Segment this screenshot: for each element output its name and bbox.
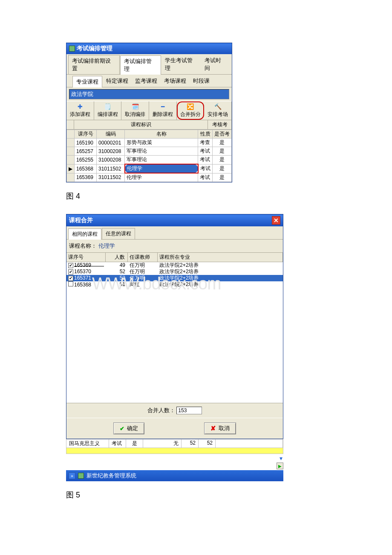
- close-button[interactable]: ✕: [272, 216, 280, 225]
- list-item[interactable]: ✔165371 52 任万明 政法学院2+2培养: [66, 275, 283, 281]
- table-row[interactable]: 16519000000201 形势与政策考查是: [67, 139, 232, 147]
- list-item[interactable]: ✔165370 52 任万明 政法学院2+2培养: [66, 269, 283, 275]
- figure-5-label: 图 5: [66, 490, 326, 500]
- figure-4-label: 图 4: [66, 191, 326, 201]
- toolbar: ✚ 添加课程 🗒️ 编排课程 🗓️ 取消编排 ━ 删除课程 🔀 合并拆分 🔨 安…: [66, 101, 232, 120]
- add-course-button[interactable]: ✚ 添加课程: [66, 101, 94, 120]
- exam-schedule-window: 考试编排管理 考试编排前期设置 考试编排管理 学生考试管理 考试时间 专业课程 …: [66, 43, 232, 182]
- main-tabs: 考试编排前期设置 考试编排管理 学生考试管理 考试时间: [66, 54, 232, 75]
- merge-list-header: 课序号 人数 任课教师 课程所在专业: [66, 253, 283, 262]
- checkbox[interactable]: ✔: [68, 269, 73, 275]
- subtab-specific[interactable]: 特定课程: [103, 75, 132, 87]
- expand-icon[interactable]: »: [69, 472, 75, 479]
- subtab-room[interactable]: 考场课程: [161, 75, 190, 87]
- titlebar[interactable]: 课程合并 ✕: [66, 214, 283, 226]
- col-isexam[interactable]: 是否考: [213, 130, 232, 139]
- merge-split-button[interactable]: 🔀 合并拆分: [177, 101, 205, 120]
- tab-pre-settings[interactable]: 考试编排前期设置: [68, 55, 120, 74]
- close-icon: ✕: [274, 217, 279, 224]
- tab-exam-time[interactable]: 考试时间: [201, 55, 230, 74]
- subtab-period[interactable]: 时段课: [190, 75, 213, 87]
- col-teacher[interactable]: 任课教师: [128, 253, 158, 262]
- table-row[interactable]: ▶ 16536831011502 伦理学 考试是: [67, 164, 232, 173]
- cancel-schedule-button[interactable]: 🗓️ 取消编排: [121, 101, 149, 120]
- table-row[interactable]: 16525731000208 军事理论考试是: [67, 147, 232, 156]
- col-seq[interactable]: 课序号: [75, 130, 97, 139]
- minus-icon: ━: [150, 103, 176, 110]
- cancel-button[interactable]: ✘ 取消: [204, 422, 236, 434]
- app-icon: [69, 46, 75, 52]
- window-title: 考试编排管理: [77, 45, 112, 52]
- check-icon: ✔: [120, 425, 124, 432]
- background-grid-row: 国马克思主义 考试 是 无 52 52: [66, 439, 283, 448]
- unit-selector[interactable]: 政法学院: [69, 89, 229, 99]
- col-major[interactable]: 课程所在专业: [158, 253, 283, 262]
- tab-schedule-mgmt[interactable]: 考试编排管理: [120, 55, 161, 75]
- col-seq[interactable]: 课序号: [66, 253, 106, 262]
- window-title: 课程合并: [69, 217, 93, 224]
- cancel-grid-icon: 🗓️: [122, 103, 148, 110]
- col-num[interactable]: 人数: [106, 253, 128, 262]
- scroll-down-icon[interactable]: ▾: [279, 455, 283, 462]
- merge-count-row: 合并人数：: [66, 403, 283, 418]
- strikethrough-annotation: [74, 266, 104, 266]
- taskbar[interactable]: » 新世纪教务管理系统: [66, 470, 283, 481]
- merge-list[interactable]: ✔165369 49 任万明 政法学院2+2培养 ✔165370 52 任万明 …: [66, 262, 283, 403]
- x-icon: ✘: [210, 425, 216, 432]
- course-name-value: 伦理学: [98, 243, 115, 249]
- ok-button[interactable]: ✔ 确定: [113, 422, 144, 434]
- tab-same-course[interactable]: 相同的课程: [68, 228, 101, 240]
- section-course-id: 课程标识: [74, 120, 208, 129]
- row-pointer-icon: ▶: [67, 164, 75, 173]
- checkbox[interactable]: ✔: [68, 263, 73, 268]
- col-name[interactable]: 名称: [125, 130, 198, 139]
- checkbox[interactable]: ✔: [68, 276, 73, 281]
- table-row[interactable]: 16536931011502 伦理学考试是: [67, 173, 232, 182]
- list-item[interactable]: ✔165369 49 任万明 政法学院2+2培养: [66, 262, 283, 269]
- titlebar[interactable]: 考试编排管理: [66, 43, 232, 54]
- delete-course-button[interactable]: ━ 删除课程: [149, 101, 177, 120]
- col-code[interactable]: 编码: [97, 130, 125, 139]
- merge-tabs: 相同的课程 任意的课程: [66, 226, 283, 240]
- checkbox[interactable]: [68, 281, 73, 286]
- app-icon: [78, 473, 84, 479]
- edit-icon: 🗒️: [95, 103, 121, 110]
- section-assess: 考核考: [208, 120, 232, 129]
- tab-student-exam[interactable]: 学生考试管理: [161, 55, 202, 74]
- plus-icon: ✚: [67, 103, 93, 110]
- col-nature[interactable]: 性质: [198, 130, 213, 139]
- arrange-room-button[interactable]: 🔨 安排考场: [204, 101, 232, 120]
- dialog-buttons: ✔ 确定 ✘ 取消: [66, 418, 283, 439]
- merge-count-input[interactable]: [176, 407, 202, 414]
- room-icon: 🔨: [205, 103, 231, 110]
- tab-any-course[interactable]: 任意的课程: [102, 228, 135, 239]
- table-row[interactable]: 16525531000208 军事理论考试是: [67, 156, 232, 165]
- sub-tabs: 专业课程 特定课程 监考课程 考场课程 时段课: [66, 75, 232, 87]
- edit-course-button[interactable]: 🗒️ 编排课程: [94, 101, 122, 120]
- list-item[interactable]: 165368 51 周红 政法学院2+2培养: [66, 281, 283, 288]
- course-name-row: 课程名称： 伦理学: [66, 240, 283, 253]
- course-grid[interactable]: 课序号 编码 名称 性质 是否考 16519000000201 形势与政策考查是…: [66, 130, 232, 182]
- course-merge-window: 课程合并 ✕ 相同的课程 任意的课程 课程名称： 伦理学 课序号 人数 任课教师…: [66, 214, 283, 439]
- subtab-major-course[interactable]: 专业课程: [72, 76, 102, 87]
- highlight-bar: [66, 448, 283, 454]
- subtab-invigilate[interactable]: 监考课程: [132, 75, 161, 87]
- scroll-right-icon[interactable]: ▶: [277, 462, 283, 469]
- taskbar-app-label[interactable]: 新世纪教务管理系统: [86, 472, 136, 480]
- merge-icon: 🔀: [178, 103, 203, 110]
